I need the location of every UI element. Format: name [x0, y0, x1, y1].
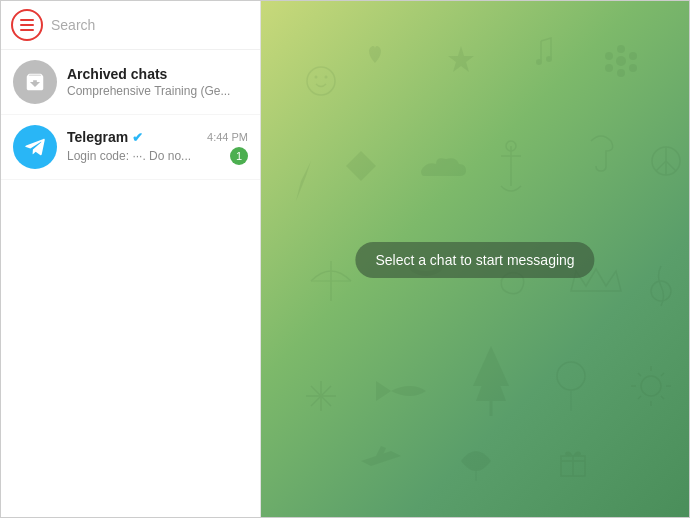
svg-line-37 — [638, 373, 641, 376]
svg-line-18 — [656, 161, 666, 171]
svg-point-4 — [536, 59, 542, 65]
unread-badge: 1 — [230, 147, 248, 165]
svg-point-10 — [617, 69, 625, 77]
svg-line-40 — [638, 396, 641, 399]
svg-marker-3 — [448, 46, 474, 72]
menu-button[interactable] — [11, 9, 43, 41]
svg-line-19 — [666, 161, 676, 171]
avatar — [13, 125, 57, 169]
svg-point-12 — [605, 52, 613, 60]
list-item[interactable]: Telegram ✔ 4:44 PM Login code: ···. Do n… — [1, 115, 260, 180]
svg-point-5 — [546, 56, 552, 62]
select-chat-prompt: Select a chat to start messaging — [355, 242, 594, 278]
chat-preview: Login code: ···. Do no... 1 — [67, 147, 248, 165]
chat-name: Telegram ✔ — [67, 129, 143, 145]
chat-info: Telegram ✔ 4:44 PM Login code: ···. Do n… — [67, 129, 248, 165]
svg-point-11 — [605, 64, 613, 72]
svg-point-22 — [651, 281, 671, 301]
svg-point-1 — [315, 76, 318, 79]
chat-name-row: Telegram ✔ 4:44 PM — [67, 129, 248, 145]
svg-marker-14 — [346, 151, 376, 181]
chat-time: 4:44 PM — [207, 131, 248, 143]
verified-icon: ✔ — [132, 130, 143, 145]
chat-name-row: Archived chats — [67, 66, 248, 82]
chat-list: Archived chats Comprehensive Training (G… — [1, 50, 260, 518]
svg-line-39 — [661, 373, 664, 376]
sidebar: Archived chats Comprehensive Training (G… — [1, 1, 261, 518]
svg-point-8 — [629, 52, 637, 60]
select-chat-label: Select a chat to start messaging — [355, 242, 594, 278]
svg-point-6 — [616, 56, 626, 66]
search-bar — [1, 1, 260, 50]
chat-preview: Comprehensive Training (Ge... — [67, 84, 248, 98]
svg-point-2 — [325, 76, 328, 79]
avatar — [13, 60, 57, 104]
svg-point-32 — [641, 376, 661, 396]
svg-point-30 — [557, 362, 585, 390]
svg-line-38 — [661, 396, 664, 399]
main-panel: Select a chat to start messaging — [261, 1, 689, 518]
list-item[interactable]: Archived chats Comprehensive Training (G… — [1, 50, 260, 115]
svg-marker-28 — [473, 346, 509, 386]
svg-point-9 — [629, 64, 637, 72]
svg-marker-13 — [296, 156, 316, 201]
chat-info: Archived chats Comprehensive Training (G… — [67, 66, 248, 98]
svg-point-0 — [307, 67, 335, 95]
chat-name: Archived chats — [67, 66, 167, 82]
svg-point-7 — [617, 45, 625, 53]
search-input[interactable] — [51, 17, 250, 33]
